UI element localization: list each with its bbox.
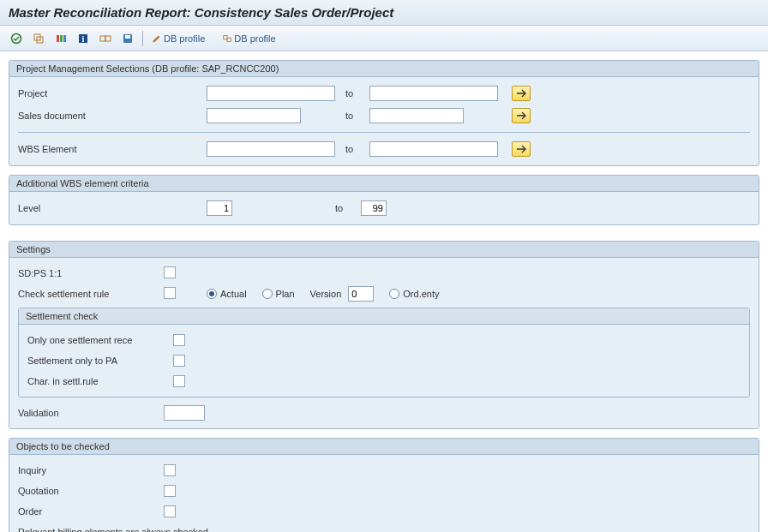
db-profile-edit-label: DB profile	[164, 33, 205, 44]
wbs-to-input[interactable]	[369, 141, 498, 157]
char-rule-label: Char. in settl.rule	[27, 376, 173, 386]
project-to-label: to	[335, 88, 369, 99]
order-label: Order	[18, 506, 164, 517]
sales-doc-label: Sales document	[18, 111, 207, 121]
plan-label: Plan	[276, 289, 295, 299]
db-profile-set-button[interactable]: DB profile	[219, 30, 285, 47]
quotation-checkbox[interactable]	[164, 485, 176, 497]
svg-rect-9	[105, 36, 111, 41]
inquiry-label: Inquiry	[18, 465, 164, 475]
version-input[interactable]	[348, 286, 374, 302]
objects-note: Relevant billing elements are always che…	[18, 527, 208, 532]
objects-group: Objects to be checked Inquiry Quotation …	[9, 438, 759, 532]
check-settlement-label: Check settlement rule	[18, 289, 164, 299]
svg-rect-12	[224, 35, 227, 39]
check-settlement-checkbox[interactable]	[164, 287, 176, 299]
toolbar-separator	[142, 31, 143, 46]
quotation-label: Quotation	[18, 486, 164, 496]
actual-radio-row[interactable]: Actual	[207, 289, 247, 299]
project-from-input[interactable]	[207, 86, 335, 101]
project-to-input[interactable]	[369, 86, 498, 101]
actual-label: Actual	[220, 289, 247, 299]
content-area: Project Management Selections (DB profil…	[0, 51, 768, 532]
sales-doc-to-input[interactable]	[369, 108, 464, 123]
project-label: Project	[18, 88, 207, 99]
wbs-criteria-header: Additional WBS element criteria	[9, 176, 759, 192]
wbs-label: WBS Element	[18, 144, 207, 154]
sd-ps-checkbox[interactable]	[164, 266, 176, 278]
dynamic-sel-icon[interactable]	[51, 30, 70, 47]
svg-rect-8	[100, 36, 105, 41]
execute-icon[interactable]	[7, 30, 26, 47]
sales-doc-from-input[interactable]	[207, 108, 301, 123]
level-label: Level	[18, 203, 207, 213]
variant-icon[interactable]	[29, 30, 48, 47]
ord-enty-radio-row[interactable]: Ord.enty	[389, 289, 439, 299]
settings-header: Settings	[9, 242, 759, 258]
only-pa-checkbox[interactable]	[173, 355, 185, 367]
ord-enty-label: Ord.enty	[403, 289, 439, 299]
char-rule-checkbox[interactable]	[173, 375, 185, 387]
svg-rect-13	[227, 38, 231, 41]
settings-group: Settings SD:PS 1:1 Check settlement rule…	[9, 241, 759, 429]
objects-header: Objects to be checked	[9, 439, 759, 455]
sales-doc-multi-button[interactable]	[512, 108, 531, 123]
settlement-check-header: Settlement check	[19, 308, 749, 325]
version-label: Version	[310, 289, 342, 299]
svg-text:i: i	[82, 34, 85, 44]
level-from-input[interactable]	[207, 200, 232, 216]
level-to-input[interactable]	[361, 200, 387, 216]
sales-doc-to-label: to	[335, 111, 369, 121]
only-one-label: Only one settlement rece	[27, 335, 173, 345]
sd-ps-label: SD:PS 1:1	[18, 268, 164, 278]
level-to-label: to	[232, 203, 361, 213]
only-pa-label: Settlement only to PA	[27, 356, 173, 366]
actual-radio[interactable]	[207, 289, 217, 299]
settlement-check-group: Settlement check Only one settlement rec…	[18, 308, 750, 398]
ord-enty-radio[interactable]	[389, 289, 399, 299]
db-profile-edit-button[interactable]: DB profile	[148, 30, 215, 47]
project-multi-button[interactable]	[512, 86, 531, 101]
svg-rect-11	[125, 35, 130, 39]
inquiry-checkbox[interactable]	[164, 464, 176, 476]
db-profile-set-label: DB profile	[234, 33, 275, 44]
title-bar: Master Reconciliation Report: Consistenc…	[0, 0, 768, 26]
svg-rect-4	[60, 35, 63, 42]
plan-radio[interactable]	[262, 289, 273, 299]
wbs-from-input[interactable]	[207, 141, 335, 157]
page-title: Master Reconciliation Report: Consistenc…	[9, 5, 759, 20]
only-one-checkbox[interactable]	[173, 334, 185, 346]
pm-selections-header: Project Management Selections (DB profil…	[9, 61, 759, 77]
wbs-to-label: to	[335, 144, 369, 154]
svg-rect-5	[63, 35, 66, 42]
plan-radio-row[interactable]: Plan	[262, 289, 295, 299]
pm-selections-group: Project Management Selections (DB profil…	[9, 60, 759, 166]
order-checkbox[interactable]	[164, 505, 176, 517]
wbs-multi-button[interactable]	[512, 141, 531, 157]
toolbar: i DB profile DB profile	[0, 26, 768, 51]
save-icon[interactable]	[118, 30, 137, 47]
status-icon[interactable]	[96, 30, 115, 47]
svg-rect-3	[57, 35, 59, 42]
validation-label: Validation	[18, 408, 164, 418]
wbs-criteria-group: Additional WBS element criteria Level to	[9, 175, 759, 225]
pm-divider	[18, 132, 750, 133]
validation-input[interactable]	[164, 405, 205, 421]
info-icon[interactable]: i	[74, 30, 93, 47]
